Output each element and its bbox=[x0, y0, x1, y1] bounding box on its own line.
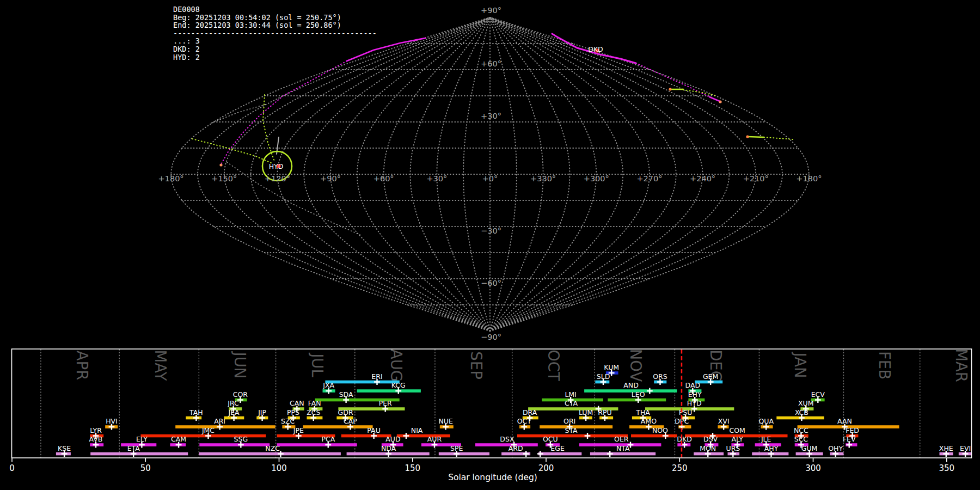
shower-bar-cap bbox=[303, 425, 373, 428]
shower-bar-pca bbox=[277, 443, 357, 446]
shower-label-leo: LEO bbox=[632, 390, 645, 399]
map-longitude-label: +180° bbox=[796, 174, 822, 183]
shower-label-eri: ERI bbox=[371, 372, 382, 381]
shower-label-pca: PCA bbox=[321, 435, 335, 443]
shower-label-pps: PPS bbox=[287, 408, 299, 416]
shower-label-oct: OCT bbox=[517, 417, 532, 425]
shower-label-xvi: XVI bbox=[718, 417, 730, 425]
shower-label-dkd: DKD bbox=[677, 435, 691, 443]
shower-label-spe: SPE bbox=[450, 444, 463, 452]
shower-label-nue: NUE bbox=[438, 417, 452, 425]
timeline-axis: 050100150200250300350 bbox=[9, 458, 954, 473]
shower-label-fed: FED bbox=[846, 426, 859, 434]
shower-label-ely: ELY bbox=[136, 435, 148, 443]
meteor-monitor-window: HYDDKD +180°+150°+120°+90°+60°+30°+0°+33… bbox=[0, 0, 980, 490]
shower-bar-kcg bbox=[357, 389, 421, 393]
shower-label-xhe: XHE bbox=[939, 444, 953, 452]
map-longitude-label: +210° bbox=[743, 174, 769, 183]
shower-label-ari: ARI bbox=[214, 417, 225, 425]
month-label-sep: SEP bbox=[468, 351, 485, 379]
map-longitude-label: +240° bbox=[690, 174, 715, 183]
shower-label-aur: AUR bbox=[427, 435, 442, 443]
map-latitude-label: +90° bbox=[481, 6, 501, 15]
shower-label-ors: ORS bbox=[653, 372, 667, 381]
shower-label-aly: ALY bbox=[731, 435, 743, 443]
shower-bar-pau bbox=[341, 434, 391, 438]
trail-tip-hyd-meteor-2 bbox=[746, 135, 749, 138]
shower-label-lyr: LYR bbox=[90, 426, 102, 434]
axis-tick-label-150: 150 bbox=[405, 463, 420, 473]
axis-tick-label-350: 350 bbox=[939, 463, 954, 473]
shower-label-can: CAN bbox=[290, 399, 304, 407]
x-axis-title: Solar longitude (deg) bbox=[448, 473, 537, 482]
shower-label-gdr: GDR bbox=[338, 408, 353, 416]
shower-label-mon: MON bbox=[700, 444, 716, 452]
shower-label-nta: NTA bbox=[616, 444, 630, 452]
month-label-may: MAY bbox=[152, 350, 169, 381]
shower-label-lum: LUM bbox=[579, 408, 593, 416]
map-longitude-label: +60° bbox=[373, 174, 394, 183]
shower-bar-ssg bbox=[199, 443, 270, 446]
shower-label-lmi: LMI bbox=[565, 390, 576, 399]
shower-label-psu: PSU bbox=[679, 408, 693, 416]
shower-label-urs: URS bbox=[726, 444, 740, 452]
shower-bar-dsx bbox=[475, 443, 538, 446]
shower-label-jpe: JPE bbox=[293, 426, 304, 434]
shower-label-hyd: HYD bbox=[687, 399, 702, 407]
shower-label-ecv: ECV bbox=[811, 390, 825, 399]
shower-label-gem: GEM bbox=[703, 372, 718, 381]
info-line-5: DKD: 2 bbox=[173, 45, 377, 53]
shower-label-ocu: OCU bbox=[543, 435, 558, 443]
shower-bar-eri bbox=[325, 381, 399, 384]
event-info-panel: DE0008Beg: 20251203 00:54:02 (sol = 250.… bbox=[173, 5, 377, 61]
shower-label-com: COM bbox=[730, 426, 745, 434]
radiant-label-hyd: HYD bbox=[269, 162, 284, 170]
trail-tip-dkd-meteor-1-path bbox=[219, 163, 222, 166]
shower-peak-ard bbox=[523, 451, 529, 457]
shower-label-eta: ETA bbox=[127, 444, 140, 452]
shower-label-kum: KUM bbox=[604, 363, 619, 371]
shower-bar-spe bbox=[439, 452, 489, 456]
month-label-aug: AUG bbox=[388, 349, 405, 382]
trail-hyd-meteor-2 bbox=[748, 137, 764, 137]
shower-label-jmc: JMC bbox=[201, 426, 215, 434]
shower-label-jea: JEA bbox=[228, 408, 240, 416]
map-longitude-label: +300° bbox=[584, 174, 609, 183]
shower-peak-ege bbox=[537, 451, 543, 457]
shower-label-jip: JIP bbox=[258, 408, 266, 416]
radiant-map-radiants: HYDDKD bbox=[262, 45, 603, 181]
shower-label-nia: NIA bbox=[411, 426, 423, 434]
shower-peak-nia bbox=[403, 433, 409, 439]
shower-bar-ege bbox=[538, 452, 582, 456]
shower-label-xcb: XCB bbox=[795, 408, 808, 416]
shower-label-sta: STA bbox=[565, 426, 578, 434]
shower-bar-nzc bbox=[199, 452, 341, 456]
shower-label-dsx: DSX bbox=[500, 435, 514, 443]
shower-peak-and bbox=[647, 388, 653, 394]
map-longitude-label: +270° bbox=[636, 174, 662, 183]
shower-label-scc: SCC bbox=[794, 435, 808, 443]
shower-bar-noo bbox=[631, 434, 677, 438]
shower-peak-sta bbox=[585, 433, 591, 439]
shower-label-sld: SLD bbox=[597, 372, 610, 381]
shower-label-per: PER bbox=[379, 399, 392, 407]
shower-label-cor: COR bbox=[233, 390, 248, 399]
map-longitude-label: +150° bbox=[211, 174, 237, 183]
trail-dkd-meteor-2-path bbox=[636, 63, 709, 97]
map-latitude-label: −90° bbox=[481, 333, 501, 341]
trail-tip-hyd-meteor-1 bbox=[669, 88, 671, 90]
shower-label-ori: ORI bbox=[564, 417, 575, 425]
shower-label-dsv: DSV bbox=[703, 435, 718, 443]
shower-label-qua: QUA bbox=[758, 417, 774, 425]
shower-bar-sta bbox=[517, 434, 628, 438]
shower-label-nda: NDA bbox=[381, 444, 396, 452]
info-line-3: ----------------------------------------… bbox=[173, 29, 377, 38]
axis-tick-label-50: 50 bbox=[140, 463, 151, 473]
map-latitude-label: +60° bbox=[481, 59, 501, 68]
axis-tick-label-100: 100 bbox=[271, 463, 287, 473]
shower-label-ncc: NCC bbox=[794, 426, 808, 434]
shower-label-fan: FAN bbox=[308, 399, 321, 407]
map-latitude-label: −60° bbox=[481, 279, 501, 287]
info-line-0: DE0008 bbox=[173, 5, 377, 14]
shower-bar-nta bbox=[590, 452, 656, 456]
